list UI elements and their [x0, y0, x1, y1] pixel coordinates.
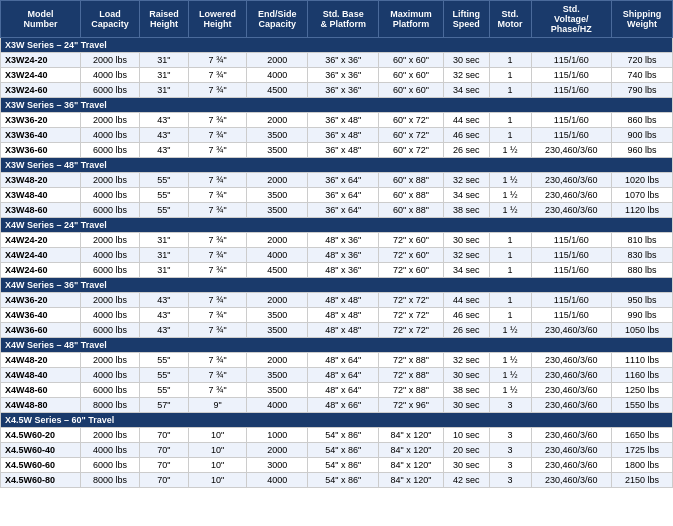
table-cell: 230,460/3/60 [531, 143, 612, 158]
table-cell: 36" x 48" [308, 128, 379, 143]
table-cell: X4W48-40 [1, 368, 81, 383]
section-header-row: X3W Series – 48" Travel [1, 158, 673, 173]
table-cell: 230,460/3/60 [531, 173, 612, 188]
table-cell: 70" [140, 458, 188, 473]
table-cell: 38 sec [444, 203, 489, 218]
table-cell: 2000 lbs [80, 233, 140, 248]
table-cell: 230,460/3/60 [531, 458, 612, 473]
table-row: X4.5W60-404000 lbs70"10"200054" x 86"84"… [1, 443, 673, 458]
table-cell: 230,460/3/60 [531, 383, 612, 398]
table-cell: 60" x 72" [378, 113, 443, 128]
column-header: Std.Motor [489, 1, 531, 38]
column-header: RaisedHeight [140, 1, 188, 38]
table-cell: 7 ¾" [188, 353, 247, 368]
table-cell: 6000 lbs [80, 143, 140, 158]
table-cell: 31" [140, 233, 188, 248]
table-cell: 230,460/3/60 [531, 443, 612, 458]
table-row: X3W48-606000 lbs55"7 ¾"350036" x 64"60" … [1, 203, 673, 218]
table-cell: 1 [489, 308, 531, 323]
table-cell: 7 ¾" [188, 113, 247, 128]
table-cell: 115/1/60 [531, 68, 612, 83]
table-cell: X4W36-20 [1, 293, 81, 308]
table-cell: 43" [140, 143, 188, 158]
table-cell: 1070 lbs [612, 188, 673, 203]
table-cell: 72" x 88" [378, 368, 443, 383]
table-cell: 70" [140, 443, 188, 458]
table-cell: 42 sec [444, 473, 489, 488]
table-cell: 3500 [247, 188, 308, 203]
table-cell: 1 ½ [489, 188, 531, 203]
table-cell: 70" [140, 473, 188, 488]
table-row: X3W36-404000 lbs43"7 ¾"350036" x 48"60" … [1, 128, 673, 143]
table-cell: 230,460/3/60 [531, 323, 612, 338]
table-cell: 72" x 88" [378, 353, 443, 368]
table-cell: 990 lbs [612, 308, 673, 323]
section-title: X4.5W Series – 60" Travel [1, 413, 673, 428]
table-cell: 72" x 72" [378, 323, 443, 338]
table-row: X3W36-606000 lbs43"7 ¾"350036" x 48"60" … [1, 143, 673, 158]
table-cell: 34 sec [444, 263, 489, 278]
table-header-row: ModelNumberLoadCapacityRaisedHeightLower… [1, 1, 673, 38]
table-cell: 1650 lbs [612, 428, 673, 443]
table-cell: 8000 lbs [80, 398, 140, 413]
section-header-row: X4W Series – 48" Travel [1, 338, 673, 353]
section-header-row: X3W Series – 36" Travel [1, 98, 673, 113]
table-cell: 4000 lbs [80, 443, 140, 458]
table-cell: X4W48-60 [1, 383, 81, 398]
table-cell: 3 [489, 458, 531, 473]
column-header: Std.Voltage/Phase/HZ [531, 1, 612, 38]
table-row: X4.5W60-808000 lbs70"10"400054" x 86"84"… [1, 473, 673, 488]
table-cell: 43" [140, 113, 188, 128]
table-cell: 46 sec [444, 308, 489, 323]
table-cell: 1 ½ [489, 368, 531, 383]
table-cell: 3 [489, 428, 531, 443]
table-cell: 10" [188, 473, 247, 488]
table-cell: 30 sec [444, 398, 489, 413]
table-cell: 230,460/3/60 [531, 188, 612, 203]
table-cell: 30 sec [444, 368, 489, 383]
section-title: X4W Series – 24" Travel [1, 218, 673, 233]
table-cell: 72" x 72" [378, 308, 443, 323]
table-cell: 7 ¾" [188, 368, 247, 383]
table-cell: 30 sec [444, 233, 489, 248]
table-cell: 70" [140, 428, 188, 443]
table-cell: 1 ½ [489, 323, 531, 338]
table-cell: 2150 lbs [612, 473, 673, 488]
table-cell: 20 sec [444, 443, 489, 458]
table-cell: 4000 lbs [80, 68, 140, 83]
table-row: X3W24-202000 lbs31"7 ¾"200036" x 36"60" … [1, 53, 673, 68]
column-header: LiftingSpeed [444, 1, 489, 38]
table-cell: 36" x 64" [308, 203, 379, 218]
table-cell: 55" [140, 173, 188, 188]
table-cell: X4.5W60-60 [1, 458, 81, 473]
table-cell: 54" x 86" [308, 473, 379, 488]
table-cell: 1 [489, 83, 531, 98]
column-header: LoweredHeight [188, 1, 247, 38]
table-cell: 115/1/60 [531, 113, 612, 128]
table-cell: 72" x 96" [378, 398, 443, 413]
table-cell: 115/1/60 [531, 233, 612, 248]
table-cell: 32 sec [444, 353, 489, 368]
table-cell: X4W24-60 [1, 263, 81, 278]
section-header-row: X4W Series – 24" Travel [1, 218, 673, 233]
table-cell: X3W36-60 [1, 143, 81, 158]
table-cell: 26 sec [444, 323, 489, 338]
table-cell: 31" [140, 53, 188, 68]
table-cell: X4W36-60 [1, 323, 81, 338]
table-row: X4W24-404000 lbs31"7 ¾"400048" x 36"72" … [1, 248, 673, 263]
table-row: X3W48-404000 lbs55"7 ¾"350036" x 64"60" … [1, 188, 673, 203]
table-cell: 115/1/60 [531, 308, 612, 323]
table-row: X3W24-606000 lbs31"7 ¾"450036" x 36"60" … [1, 83, 673, 98]
table-row: X4W24-202000 lbs31"7 ¾"200048" x 36"72" … [1, 233, 673, 248]
table-cell: 810 lbs [612, 233, 673, 248]
table-cell: 32 sec [444, 173, 489, 188]
table-cell: 72" x 88" [378, 383, 443, 398]
table-cell: 860 lbs [612, 113, 673, 128]
table-cell: 30 sec [444, 53, 489, 68]
table-cell: 6000 lbs [80, 323, 140, 338]
column-header: ModelNumber [1, 1, 81, 38]
table-cell: 7 ¾" [188, 83, 247, 98]
table-row: X4W36-404000 lbs43"7 ¾"350048" x 48"72" … [1, 308, 673, 323]
table-cell: X4W24-40 [1, 248, 81, 263]
table-cell: 31" [140, 263, 188, 278]
